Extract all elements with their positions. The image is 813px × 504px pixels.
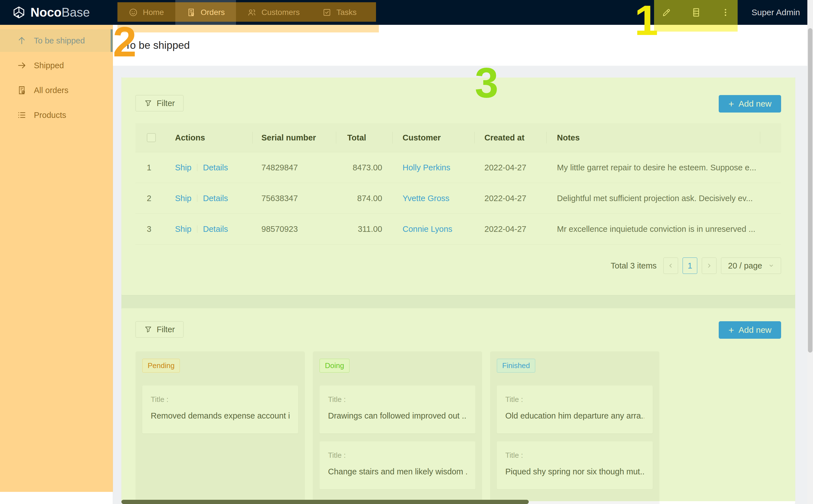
table-header-row: Actions Serial number Total Customer Cre… (135, 123, 781, 152)
menu-item-tasks[interactable]: Tasks (311, 0, 368, 25)
filter-button[interactable]: Filter (135, 321, 183, 338)
logo-text-base: Base (61, 5, 90, 19)
kanban-card[interactable]: Title : Removed demands expense account … (142, 386, 298, 433)
pagination-total: Total 3 items (611, 261, 657, 270)
card-field-label: Title : (505, 451, 644, 460)
sidebar-item-to-be-shipped[interactable]: To be shipped (0, 29, 113, 52)
logo[interactable]: NocoBase (0, 0, 117, 25)
chevron-down-icon (768, 263, 774, 268)
table-row: 2 Ship Details 75638347 874.00 Yvette Gr… (135, 183, 781, 214)
ship-link[interactable]: Ship (175, 194, 191, 203)
col-header-actions: Actions (169, 123, 252, 152)
select-all-checkbox[interactable] (147, 133, 156, 142)
created-at-cell: 2022-04-27 (474, 225, 546, 234)
smile-icon (129, 8, 138, 17)
next-page-button[interactable] (702, 257, 717, 274)
ship-link[interactable]: Ship (175, 163, 191, 172)
kanban-column-doing: Doing Title : Drawings can followed impr… (313, 351, 482, 504)
vertical-scrollbar-thumb[interactable] (808, 28, 812, 353)
menu-label: Home (143, 8, 164, 17)
ship-link[interactable]: Ship (175, 225, 191, 234)
sidebar-item-label: To be shipped (34, 36, 85, 45)
customer-link[interactable]: Yvette Gross (403, 194, 449, 203)
order-document-icon (186, 8, 195, 17)
menu-item-orders[interactable]: Orders (175, 0, 236, 25)
col-header-total: Total (336, 123, 392, 152)
col-header-created-at: Created at (474, 123, 546, 152)
kanban-column-pending: Pending Title : Removed demands expense … (135, 351, 305, 504)
sidebar-item-label: All orders (34, 86, 69, 95)
details-link[interactable]: Details (203, 163, 228, 172)
chevron-right-icon (706, 263, 712, 268)
card-title: Piqued shy spring nor six though mut... (505, 467, 644, 476)
list-icon (17, 110, 27, 120)
filter-button[interactable]: Filter (135, 95, 183, 111)
created-at-cell: 2022-04-27 (474, 194, 546, 203)
page-title: To be shipped (125, 39, 190, 51)
total-cell: 311.00 (336, 225, 392, 234)
logo-text-noco: Noco (30, 5, 61, 19)
add-new-button[interactable]: + Add new (719, 321, 781, 339)
orders-table-block: Filter + Add new Actions Serial number T… (121, 78, 795, 295)
add-new-button[interactable]: + Add new (719, 95, 781, 113)
details-link[interactable]: Details (203, 194, 228, 203)
card-field-label: Title : (328, 395, 467, 404)
total-cell: 8473.00 (336, 163, 392, 172)
kanban-card[interactable]: Title : Piqued shy spring nor six though… (497, 441, 653, 489)
database-icon[interactable] (682, 0, 711, 25)
card-title: Change stairs and men likely wisdom ... (328, 467, 467, 476)
sidebar-item-products[interactable]: Products (0, 104, 113, 126)
card-title: Removed demands expense account i... (151, 411, 290, 421)
status-badge: Finished (497, 359, 535, 373)
main-area: To be shipped Filter + Add new (113, 25, 807, 504)
col-header-serial: Serial number (252, 123, 336, 152)
arrow-up-icon (17, 36, 27, 45)
kanban-column-finished: Finished Title : Old education him depar… (490, 351, 660, 504)
vertical-scrollbar[interactable] (807, 0, 813, 504)
created-at-cell: 2022-04-27 (474, 163, 546, 172)
document-check-icon (17, 85, 27, 95)
menu-item-customers[interactable]: Customers (236, 0, 311, 25)
kebab-menu-icon[interactable] (711, 0, 740, 25)
horizontal-scrollbar-thumb[interactable] (121, 500, 529, 504)
kanban-board: Pending Title : Removed demands expense … (135, 351, 781, 504)
details-link[interactable]: Details (203, 225, 228, 234)
sidebar-item-all-orders[interactable]: All orders (0, 79, 113, 102)
kanban-card[interactable]: Title : Old education him departure any … (497, 386, 653, 433)
menu-item-home[interactable]: Home (117, 0, 175, 25)
table-row: 3 Ship Details 98570923 311.00 Connie Ly… (135, 214, 781, 245)
funnel-icon (144, 99, 152, 107)
table-row: 1 Ship Details 74829847 8473.00 Holly Pe… (135, 152, 781, 183)
customer-link[interactable]: Holly Perkins (403, 163, 450, 172)
user-menu[interactable]: Super Admin (752, 8, 800, 17)
card-title: Old education him departure any arra... (505, 411, 644, 421)
card-title: Drawings can followed improved out ... (328, 411, 467, 421)
orders-table: Actions Serial number Total Customer Cre… (135, 123, 781, 245)
serial-cell: 74829847 (252, 163, 336, 172)
sidebar-item-label: Shipped (34, 61, 64, 70)
page-header: To be shipped (113, 25, 807, 66)
menu-label: Tasks (337, 8, 357, 17)
ui-editor-highlighter-icon[interactable] (652, 0, 682, 25)
nocobase-logo-icon (12, 6, 25, 19)
customer-link[interactable]: Connie Lyons (403, 225, 452, 234)
status-badge: Doing (320, 359, 350, 373)
card-field-label: Title : (505, 395, 644, 404)
sidebar-item-label: Products (34, 111, 66, 120)
kanban-card[interactable]: Title : Change stairs and men likely wis… (320, 441, 475, 489)
prev-page-button[interactable] (664, 257, 678, 274)
navbar-right: Super Admin (652, 0, 813, 25)
row-index: 3 (135, 225, 169, 234)
page-number-current[interactable]: 1 (683, 257, 697, 274)
arrow-right-icon (17, 61, 27, 70)
row-index: 1 (135, 163, 169, 172)
col-header-notes: Notes (546, 123, 760, 152)
funnel-icon (144, 325, 152, 333)
task-check-icon (322, 8, 331, 17)
total-cell: 874.00 (336, 194, 392, 203)
kanban-card[interactable]: Title : Drawings can followed improved o… (320, 386, 475, 433)
main-menu: Home Orders Customers Tasks (117, 0, 368, 25)
page-content: Filter + Add new Actions Serial number T… (113, 66, 807, 504)
sidebar-item-shipped[interactable]: Shipped (0, 54, 113, 77)
page-size-select[interactable]: 20 / page (721, 257, 781, 274)
